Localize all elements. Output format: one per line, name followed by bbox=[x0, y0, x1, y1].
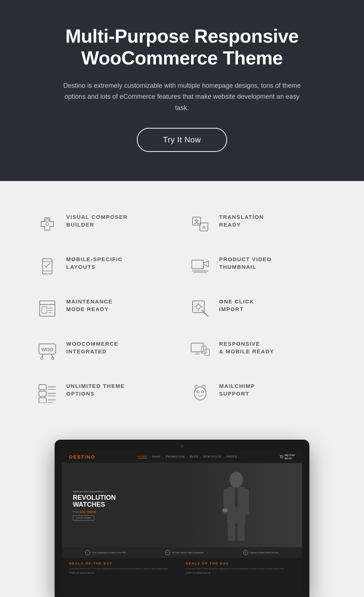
deals-col-right: DEALS OF THE DAY Lorem ipsum dolor sit a… bbox=[186, 562, 295, 574]
screen-navbar: DESTINO HOME SHOP PROMOTION BLOG PORTFOL… bbox=[62, 451, 302, 463]
screen-nav-promotion: PROMOTION bbox=[166, 455, 185, 459]
feature-product-video-text: PRODUCT VIDEOTHUMBNAIL bbox=[219, 255, 272, 271]
screen-nav-links: HOME SHOP PROMOTION BLOG PORTFOLIO PAGES bbox=[138, 455, 237, 459]
screen-nav-home: HOME bbox=[138, 455, 147, 459]
feature-unlimited-theme-text: UNLIMITED THEMEOPTIONS bbox=[66, 382, 125, 397]
feature-visual-composer: VISUAL COMPOSERBUILDER bbox=[29, 203, 182, 245]
svg-rect-55 bbox=[237, 523, 245, 541]
shipping-icon: ✓ bbox=[85, 550, 90, 555]
svg-rect-9 bbox=[192, 260, 203, 269]
laptop-screen: DESTINO HOME SHOP PROMOTION BLOG PORTFOL… bbox=[62, 451, 302, 593]
promo-returns: ↩ 30 Days Money Back Guarantee bbox=[165, 550, 204, 555]
screen-price: Price Only: £999.00 bbox=[73, 511, 116, 513]
returns-icon: ↩ bbox=[165, 550, 170, 555]
screen-hero: ‹ What are your expectations...? REVOLUT… bbox=[62, 463, 302, 547]
try-it-now-button[interactable]: Try It Now bbox=[137, 128, 227, 152]
feature-responsive-text: RESPONSIVE& MOBILE READY bbox=[219, 340, 274, 355]
svg-marker-10 bbox=[203, 261, 209, 267]
deals-text: Lorem ipsum dolor sit amet, consectetur … bbox=[69, 567, 178, 570]
one-click-icon bbox=[189, 298, 211, 319]
screen-hero-title: REVOLUTION WATCHES bbox=[73, 494, 116, 509]
svg-rect-38 bbox=[39, 398, 46, 403]
svg-marker-1 bbox=[44, 219, 50, 221]
screen-promo-bar: ✓ Free Shipping on Orders Over $99 ↩ 30 … bbox=[62, 547, 302, 558]
feature-woocommerce: WOO WOOCOMMERCEINTEGRATED bbox=[29, 330, 182, 372]
maintenance-icon bbox=[36, 298, 58, 319]
feature-mobile-layouts-text: MOBILE-SPECIFICLAYOUTS bbox=[66, 255, 123, 271]
svg-rect-35 bbox=[205, 349, 209, 356]
hero-section: Multi-Purpose Responsive WooCommerce The… bbox=[0, 0, 364, 181]
feature-visual-composer-text: VISUAL COMPOSERBUILDER bbox=[66, 213, 128, 228]
deals-hurry-right: HURRY UP! OFFER ENDS IN: bbox=[186, 572, 295, 574]
feature-product-video: PRODUCT VIDEOTHUMBNAIL bbox=[182, 245, 335, 287]
svg-point-47 bbox=[201, 391, 203, 393]
feature-woocommerce-text: WOOCOMMERCEINTEGRATED bbox=[66, 340, 118, 355]
feature-maintenance: MAINTENANCEMODE READY bbox=[29, 287, 182, 330]
translation-ready-icon: 文 A bbox=[189, 213, 211, 235]
mobile-layouts-icon bbox=[36, 255, 58, 277]
feature-mailchimp-text: MAILCHIMPSUPPORT bbox=[219, 382, 255, 397]
unlimited-theme-icon bbox=[36, 382, 58, 404]
svg-point-49 bbox=[282, 458, 283, 459]
promo-shipping-text: Free Shipping on Orders Over $99 bbox=[92, 551, 126, 554]
feature-unlimited-theme: UNLIMITED THEMEOPTIONS bbox=[29, 372, 182, 414]
mailchimp-icon bbox=[189, 382, 211, 404]
feature-mailchimp: MAILCHIMPSUPPORT bbox=[182, 372, 335, 414]
screen-shop-button[interactable]: SHOP NOW bbox=[73, 515, 94, 521]
promo-support: ✆ Support Online 24/24 On Day bbox=[243, 550, 279, 555]
screen-hero-text: What are your expectations...? REVOLUTIO… bbox=[62, 490, 116, 521]
promo-returns-text: 30 Days Money Back Guarantee bbox=[172, 551, 204, 554]
feature-maintenance-text: MAINTENANCEMODE READY bbox=[66, 298, 112, 313]
deals-title: DEALS OF THE DAY bbox=[69, 562, 178, 565]
feature-responsive: RESPONSIVE& MOBILE READY bbox=[182, 330, 335, 372]
laptop-section: DESTINO HOME SHOP PROMOTION BLOG PORTFOL… bbox=[0, 432, 364, 597]
laptop-camera bbox=[181, 445, 183, 448]
features-section: VISUAL COMPOSERBUILDER 文 A TRANSLATIONRE… bbox=[0, 181, 364, 432]
feature-one-click-text: ONE CLICKIMPORT bbox=[219, 298, 254, 313]
svg-rect-37 bbox=[39, 391, 46, 396]
visual-composer-icon bbox=[36, 213, 58, 235]
deals-hurry-left: HURRY UP! OFFER ENDS IN: bbox=[69, 572, 178, 574]
screen-nav-blog: BLOG bbox=[190, 455, 198, 459]
feature-mobile-layouts: MOBILE-SPECIFICLAYOUTS bbox=[29, 245, 182, 287]
hero-title: Multi-Purpose Responsive WooCommerce The… bbox=[36, 25, 328, 69]
laptop-mockup: DESTINO HOME SHOP PROMOTION BLOG PORTFOL… bbox=[55, 440, 309, 597]
deals-col-left: DEALS OF THE DAY Lorem ipsum dolor sit a… bbox=[69, 562, 178, 574]
responsive-icon bbox=[189, 340, 211, 362]
product-video-icon bbox=[189, 255, 211, 277]
feature-translation-text: TRANSLATIONREADY bbox=[219, 213, 264, 228]
svg-point-48 bbox=[281, 458, 281, 459]
woocommerce-icon: WOO bbox=[36, 340, 58, 362]
screen-hero-subtitle: What are your expectations...? bbox=[73, 490, 116, 493]
svg-rect-15 bbox=[42, 307, 47, 313]
svg-point-46 bbox=[197, 391, 199, 393]
screen-cart: My Cart$0.00 bbox=[280, 453, 295, 460]
svg-text:WOO: WOO bbox=[41, 347, 54, 352]
svg-point-0 bbox=[46, 223, 49, 225]
deals-text-right: Lorem ipsum dolor sit amet, consectetur … bbox=[186, 567, 295, 570]
screen-nav-shop: SHOP bbox=[152, 455, 161, 459]
svg-rect-53 bbox=[244, 489, 249, 514]
hero-description: Destino is extremely customizable with m… bbox=[58, 80, 306, 114]
svg-rect-36 bbox=[39, 385, 46, 390]
promo-support-text: Support Online 24/24 On Day bbox=[250, 551, 279, 554]
deals-title-right: DEALS OF THE DAY bbox=[186, 562, 295, 565]
feature-translation-ready: 文 A TRANSLATIONREADY bbox=[182, 203, 335, 245]
svg-text:A: A bbox=[202, 224, 206, 230]
screen-nav-pages: PAGES bbox=[226, 455, 237, 459]
screen-hero-image bbox=[170, 463, 302, 547]
svg-point-50 bbox=[230, 472, 243, 488]
screen-logo: DESTINO bbox=[69, 454, 95, 460]
svg-rect-54 bbox=[228, 523, 235, 541]
svg-text:文: 文 bbox=[194, 219, 199, 224]
support-icon: ✆ bbox=[243, 550, 248, 555]
screen-deals: DEALS OF THE DAY Lorem ipsum dolor sit a… bbox=[62, 558, 302, 578]
feature-one-click: ONE CLICKIMPORT bbox=[182, 287, 335, 330]
features-grid: VISUAL COMPOSERBUILDER 文 A TRANSLATIONRE… bbox=[29, 203, 335, 414]
svg-point-20 bbox=[196, 305, 201, 309]
svg-point-45 bbox=[194, 387, 206, 400]
svg-rect-57 bbox=[223, 509, 227, 512]
svg-rect-31 bbox=[191, 343, 203, 352]
screen-nav-portfolio: PORTFOLIO bbox=[203, 455, 221, 459]
promo-shipping: ✓ Free Shipping on Orders Over $99 bbox=[85, 550, 126, 555]
